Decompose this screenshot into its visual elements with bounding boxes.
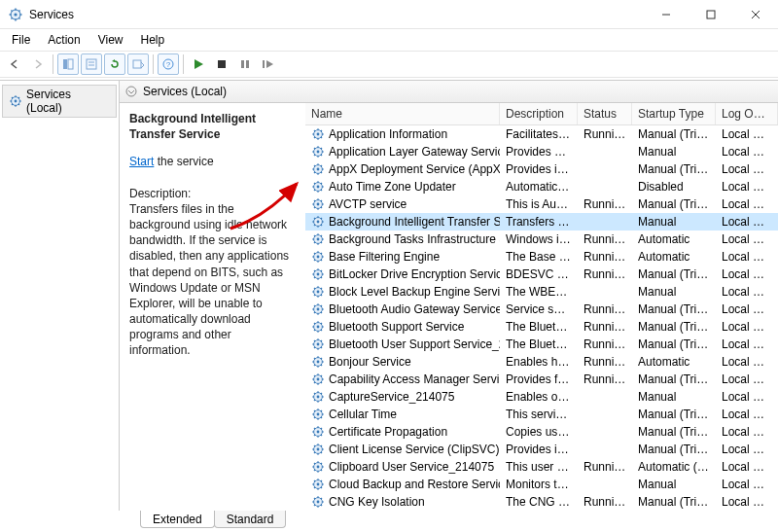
service-row[interactable]: Bluetooth User Support Service_214075The… xyxy=(305,336,778,353)
service-startup: Manual (Trigg... xyxy=(632,494,716,510)
show-hide-tree-button[interactable] xyxy=(57,53,79,75)
collapse-icon[interactable] xyxy=(125,86,137,97)
col-name[interactable]: Name xyxy=(305,103,500,124)
service-desc: Automaticall... xyxy=(500,179,578,195)
close-button[interactable] xyxy=(733,0,778,29)
help-button[interactable]: ? xyxy=(158,53,179,75)
detail-panel: Background Intelligent Transfer Service … xyxy=(120,103,304,511)
start-service-button[interactable] xyxy=(188,53,209,75)
service-gear-icon xyxy=(311,408,325,421)
service-row[interactable]: Application InformationFacilitates th...… xyxy=(305,125,778,143)
service-row[interactable]: Certificate PropagationCopies user ...Ma… xyxy=(305,423,778,441)
svg-rect-22 xyxy=(218,60,226,68)
service-status: Running xyxy=(578,301,632,317)
service-row[interactable]: Bluetooth Support ServiceThe Bluetoo...R… xyxy=(305,318,778,336)
svg-rect-19 xyxy=(133,60,141,68)
maximize-button[interactable] xyxy=(689,0,733,29)
svg-point-26 xyxy=(126,87,136,96)
nav-back-button[interactable] xyxy=(4,53,25,75)
menu-file[interactable]: File xyxy=(4,31,38,49)
service-name: AVCTP service xyxy=(329,197,407,211)
properties-button[interactable] xyxy=(81,53,102,75)
service-row[interactable]: Cellular TimeThis service ...Manual (Tri… xyxy=(305,406,778,423)
col-logon[interactable]: Log On As xyxy=(716,103,778,124)
minimize-button[interactable] xyxy=(644,0,689,29)
service-desc: Facilitates th... xyxy=(500,126,578,142)
service-logon: Local Servic xyxy=(716,144,778,160)
service-row[interactable]: Auto Time Zone UpdaterAutomaticall...Dis… xyxy=(305,178,778,195)
service-gear-icon xyxy=(311,197,325,211)
description-heading: Description: xyxy=(129,186,295,201)
svg-text:?: ? xyxy=(166,60,171,69)
tree-node-services-local[interactable]: Services (Local) xyxy=(2,85,117,118)
service-gear-icon xyxy=(311,232,325,246)
toolbar: ? xyxy=(0,51,778,78)
service-row[interactable]: AppX Deployment Service (AppXSVC)Provide… xyxy=(305,160,778,178)
tab-standard[interactable]: Standard xyxy=(214,511,287,528)
service-logon: Local Servic xyxy=(716,249,778,265)
service-rows[interactable]: Application InformationFacilitates th...… xyxy=(305,125,778,511)
service-row[interactable]: Block Level Backup Engine ServiceThe WBE… xyxy=(305,283,778,301)
service-logon: Local Syster xyxy=(716,266,778,282)
menu-help[interactable]: Help xyxy=(133,31,173,49)
export-button[interactable] xyxy=(127,53,149,75)
service-row[interactable]: Capability Access Manager ServiceProvide… xyxy=(305,371,778,388)
service-name: Capability Access Manager Service xyxy=(329,372,500,386)
service-gear-icon xyxy=(311,478,325,491)
service-logon: Local Syster xyxy=(716,424,778,440)
service-row[interactable]: Background Tasks Infrastructure ServiceW… xyxy=(305,231,778,248)
service-row[interactable]: Cloud Backup and Restore Service_214...M… xyxy=(305,476,778,493)
service-logon: Local Syster xyxy=(716,214,778,230)
service-gear-icon xyxy=(311,285,325,299)
service-row[interactable]: Background Intelligent Transfer ServiceT… xyxy=(305,213,778,231)
service-row[interactable]: CNG Key IsolationThe CNG ke...RunningMan… xyxy=(305,493,778,511)
service-name: Bluetooth User Support Service_214075 xyxy=(329,337,500,351)
service-startup: Automatic xyxy=(632,354,716,370)
right-pane: Services (Local) Background Intelligent … xyxy=(120,81,778,511)
service-gear-icon xyxy=(311,390,325,404)
restart-service-button[interactable] xyxy=(258,53,279,75)
service-logon: Local Syster xyxy=(716,231,778,247)
service-gear-icon xyxy=(311,145,325,159)
service-desc: Service sup... xyxy=(500,301,578,317)
service-row[interactable]: Bluetooth Audio Gateway ServiceService s… xyxy=(305,301,778,318)
service-row[interactable]: BitLocker Drive Encryption ServiceBDESVC… xyxy=(305,266,778,283)
service-name: Background Intelligent Transfer Service xyxy=(329,215,500,229)
service-row[interactable]: Clipboard User Service_214075This user s… xyxy=(305,458,778,476)
selected-service-name: Background Intelligent Transfer Service xyxy=(129,111,295,142)
service-row[interactable]: AVCTP serviceThis is Audio...RunningManu… xyxy=(305,195,778,213)
col-status[interactable]: Status xyxy=(578,103,632,124)
service-status xyxy=(578,291,632,293)
service-logon: Local Servic xyxy=(716,301,778,317)
col-description[interactable]: Description xyxy=(500,103,578,124)
description-body: Transfers files in the background using … xyxy=(129,201,295,359)
menubar: File Action View Help xyxy=(0,29,778,51)
service-startup: Automatic (De... xyxy=(632,459,716,475)
service-desc: The Bluetoo... xyxy=(500,319,578,335)
service-row[interactable]: Client License Service (ClipSVC)Provides… xyxy=(305,441,778,458)
tab-extended[interactable]: Extended xyxy=(140,511,215,528)
svg-rect-25 xyxy=(263,60,265,68)
menu-action[interactable]: Action xyxy=(40,31,88,49)
service-gear-icon xyxy=(311,127,325,141)
service-row[interactable]: CaptureService_214075Enables opti...Manu… xyxy=(305,388,778,406)
service-gear-icon xyxy=(311,180,325,194)
stop-service-button[interactable] xyxy=(211,53,232,75)
service-desc: The Base Filt... xyxy=(500,249,578,265)
refresh-button[interactable] xyxy=(104,53,125,75)
gear-icon xyxy=(9,94,22,108)
pane-header-label: Services (Local) xyxy=(143,85,227,98)
service-row[interactable]: Application Layer Gateway ServiceProvide… xyxy=(305,143,778,160)
menu-view[interactable]: View xyxy=(90,31,131,49)
service-status xyxy=(578,413,632,415)
service-gear-icon xyxy=(311,267,325,281)
start-link[interactable]: Start xyxy=(129,155,154,168)
service-desc: Provides infr... xyxy=(500,161,578,177)
pause-service-button[interactable] xyxy=(234,53,256,75)
col-startup[interactable]: Startup Type xyxy=(632,103,716,124)
nav-forward-button[interactable] xyxy=(27,53,49,75)
service-startup: Manual (Trigg... xyxy=(632,424,716,440)
service-row[interactable]: Base Filtering EngineThe Base Filt...Run… xyxy=(305,248,778,266)
service-startup: Manual xyxy=(632,389,716,405)
service-row[interactable]: Bonjour ServiceEnables har...RunningAuto… xyxy=(305,353,778,371)
